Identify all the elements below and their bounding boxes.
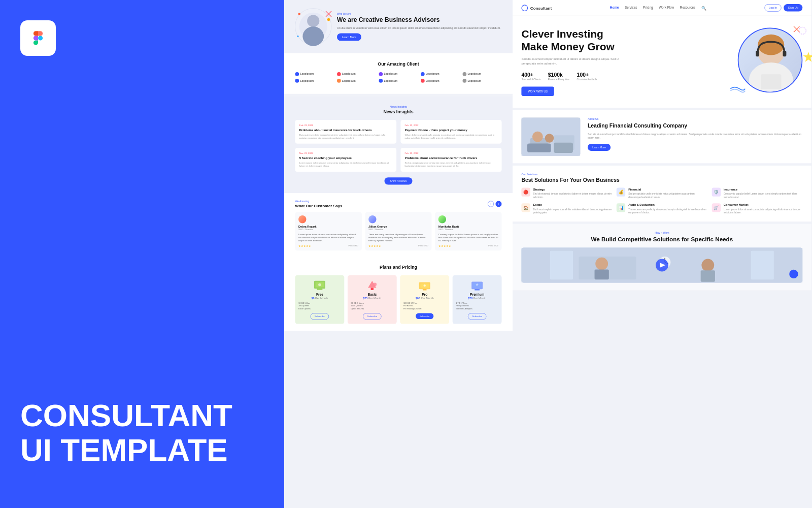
about-learn-more-button[interactable]: Learn More	[588, 144, 611, 151]
pricing-feature: 50 GB 5 Users	[351, 302, 394, 304]
testimonial-text-3: Contrary to popular belief Lorem ipsum i…	[438, 233, 498, 242]
pricing-feature: Pro Sharing & Social	[403, 308, 446, 310]
testimonials-section: We Amazing What Our Customer Says ‹ › De…	[284, 193, 513, 258]
logo-item: Logolpsum	[421, 72, 460, 76]
solution-estate-text: Estate But I must explain to you how all…	[533, 203, 613, 214]
svg-rect-29	[761, 74, 782, 89]
svg-point-2	[307, 15, 319, 27]
stars-1: ★★★★★	[298, 244, 311, 247]
nav-services[interactable]: Services	[625, 6, 637, 10]
financial-icon: 💰	[617, 188, 625, 197]
svg-point-23	[799, 27, 806, 34]
logo-item: Logolpsum	[337, 79, 376, 83]
svg-point-6	[297, 36, 298, 37]
about-label: About Us	[588, 118, 802, 121]
pricing-feature: 1 TB 17 Free	[456, 302, 498, 304]
news-card-text: Lorem ipsum dolor sit amet consectetur a…	[299, 162, 392, 168]
testimonial-text-1: Lorem ipsum dolor sit amet consectetur a…	[298, 233, 358, 242]
nav-links: Home Services Pricing Work Flow Resource…	[610, 6, 706, 10]
work-with-us-button[interactable]: Work With Us	[521, 87, 554, 97]
nav-resources[interactable]: Resources	[680, 6, 695, 10]
hero-learn-more-button[interactable]: Learn More	[337, 33, 361, 41]
nav-logo-icon	[521, 5, 528, 11]
estate-icon: 🏠	[521, 203, 530, 212]
stat-clients-label: Successful Clients	[521, 78, 540, 81]
svg-rect-17	[423, 289, 427, 290]
svg-rect-21	[475, 289, 480, 290]
nav-home[interactable]: Home	[610, 6, 619, 10]
prev-button[interactable]: ‹	[488, 201, 494, 207]
svg-rect-49	[701, 270, 715, 282]
middle-panel: Who We Are We are Creative Business Advi…	[284, 0, 513, 508]
left-panel: CONSULTANT UI TEMPLATE	[0, 0, 284, 508]
logo-item: Logolpsum	[463, 79, 502, 83]
pricing-free-tier: Free	[298, 293, 341, 297]
pro-subscribe-button[interactable]: Subscribe	[416, 313, 433, 320]
pricing-feature: Full Access	[403, 305, 446, 307]
pricing-premium-icon	[470, 279, 484, 291]
competitive-section: How It Work We Build Competitive Solutio…	[513, 224, 811, 291]
pricing-title: Plans and Pricing	[295, 265, 502, 270]
premium-subscribe-button[interactable]: Subscribe	[468, 313, 486, 320]
solution-financial: 💰 Financial Sed perspiciatis unde omnis …	[617, 188, 707, 199]
basic-subscribe-button[interactable]: Subscribe	[363, 313, 381, 320]
about-section: About Us Leading Financial Consulting Co…	[513, 110, 811, 163]
avatar-2	[368, 215, 376, 223]
svg-point-36	[532, 132, 543, 142]
competitive-label: How It Work	[521, 231, 802, 234]
strategy-icon: 🔴	[521, 188, 530, 197]
testimonial-1: Debra Rozark SEO / Director Lorem ipsum …	[295, 212, 362, 250]
svg-rect-50	[550, 251, 573, 280]
customer-role-1: SEO / Director	[298, 228, 358, 231]
pricing-feature: 10 GB 1 User	[298, 302, 341, 304]
logo-item: Logolpsum	[421, 79, 460, 83]
pricing-free-price: $0 Per Month	[298, 297, 341, 300]
pricing-section: Plans and Pricing Free $0 Per Month 1	[284, 258, 513, 331]
nav-pricing[interactable]: Pricing	[643, 6, 653, 10]
figma-logo	[20, 20, 56, 56]
left-title: CONSULTANT UI TEMPLATE	[20, 398, 264, 467]
svg-point-43	[595, 258, 608, 270]
about-title: Leading Financial Consulting Company	[588, 122, 802, 130]
right-hero: Clever Investing Make Money Grow Sed do …	[513, 16, 811, 108]
pricing-free-icon	[313, 279, 327, 291]
signup-button[interactable]: Sign Up	[784, 4, 802, 11]
news-card-title: Problems about social insurance for truc…	[404, 156, 497, 160]
pricing-premium: Premium $70 Per Month 1 TB 17 Free Pro Q…	[453, 275, 502, 324]
next-button[interactable]: ›	[495, 201, 501, 207]
right-panel: Consultant Home Services Pricing Work Fl…	[513, 0, 812, 508]
middle-hero: Who We Are We are Creative Business Advi…	[284, 0, 513, 53]
svg-point-5	[327, 18, 330, 21]
clients-logos-row2: Logolpsum Logolpsum Logolpsum Logolpsum …	[295, 79, 502, 83]
news-card-title: Payment Online - thins project your mone…	[404, 128, 497, 132]
nav-workflow[interactable]: Work Flow	[659, 6, 674, 10]
solution-consumer-desc: Lorem ipsum dolor sit amet consectetur a…	[724, 208, 803, 214]
svg-point-3	[302, 26, 324, 46]
solution-insurance: 🛡️ Insurance Contrary to popular belief …	[712, 188, 802, 199]
rating-2: Photo of 07	[418, 245, 428, 247]
free-subscribe-button[interactable]: Subscribe	[311, 313, 329, 320]
search-icon[interactable]: 🔍	[701, 6, 706, 10]
solution-financial-desc: Sed perspiciatis unde omnis iste natus v…	[628, 192, 707, 199]
about-image	[521, 118, 580, 156]
testimonials-cards: Debra Rozark SEO / Director Lorem ipsum …	[295, 212, 502, 250]
news-card-1: Feb. 23, 2022 Problems about social insu…	[295, 120, 396, 144]
consumer-icon: 🛒	[712, 203, 720, 212]
hero-title: We are Creative Business Advisors	[337, 16, 501, 23]
login-button[interactable]: Log In	[764, 4, 782, 11]
testimonial-3: Muniksha Rasit SEO / Director Contrary t…	[435, 212, 501, 250]
news-section: News Insights News Insights Feb. 23, 202…	[284, 97, 513, 193]
right-nav: Consultant Home Services Pricing Work Fl…	[513, 0, 811, 16]
svg-rect-13	[371, 288, 374, 290]
solution-consumer: 🛒 Consumer Market Lorem ipsum dolor sit …	[712, 203, 802, 214]
news-label: News Insights	[295, 105, 502, 108]
solution-audit-title: Audit & Evaluation	[628, 203, 707, 206]
solutions-section: Our Solutions Best Solutions For Your Ow…	[513, 166, 811, 221]
solution-audit-text: Audit & Evaluation These cases are perfe…	[628, 203, 707, 214]
svg-point-48	[701, 259, 714, 272]
nav-logo-text: Consultant	[530, 6, 552, 10]
svg-rect-31	[756, 51, 759, 57]
show-all-news-button[interactable]: Show All News	[385, 177, 413, 184]
hero-stats: 400+ Successful Clients $100k Revenue Ev…	[521, 72, 732, 81]
solution-insurance-desc: Contrary to popular belief Lorem ipsum i…	[724, 192, 803, 199]
